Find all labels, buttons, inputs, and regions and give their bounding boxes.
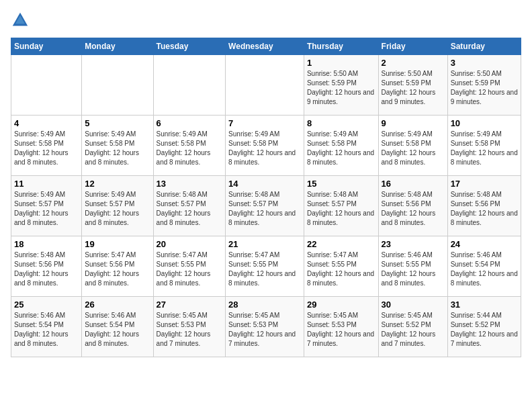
calendar-cell: 15 Sunrise: 5:48 AM Sunset: 5:57 PM Dayl… xyxy=(304,176,378,236)
daylight: Daylight: 12 hours and 7 minutes. xyxy=(157,330,211,347)
daylight: Daylight: 12 hours and 8 minutes. xyxy=(307,149,374,166)
day-info: Sunrise: 5:45 AM Sunset: 5:53 PM Dayligh… xyxy=(228,311,301,349)
sunrise: Sunrise: 5:47 AM xyxy=(228,251,279,259)
day-info: Sunrise: 5:48 AM Sunset: 5:56 PM Dayligh… xyxy=(382,190,445,228)
sunrise: Sunrise: 5:49 AM xyxy=(85,191,136,198)
calendar-body: 1 Sunrise: 5:50 AM Sunset: 5:59 PM Dayli… xyxy=(11,55,521,357)
sunrise: Sunrise: 5:47 AM xyxy=(157,251,208,259)
calendar-cell: 3 Sunrise: 5:50 AM Sunset: 5:59 PM Dayli… xyxy=(447,55,521,116)
logo xyxy=(11,11,32,30)
day-of-week-header: Tuesday xyxy=(153,38,226,55)
day-info: Sunrise: 5:46 AM Sunset: 5:54 PM Dayligh… xyxy=(451,250,518,288)
sunset: Sunset: 5:57 PM xyxy=(85,200,134,208)
day-info: Sunrise: 5:50 AM Sunset: 5:59 PM Dayligh… xyxy=(382,69,445,107)
sunset: Sunset: 5:52 PM xyxy=(382,321,431,328)
sunrise: Sunrise: 5:45 AM xyxy=(157,312,208,319)
daylight: Daylight: 12 hours and 9 minutes. xyxy=(307,89,374,105)
sunrise: Sunrise: 5:49 AM xyxy=(382,130,433,138)
calendar-cell: 19 Sunrise: 5:47 AM Sunset: 5:56 PM Dayl… xyxy=(82,236,153,297)
day-of-week-header: Friday xyxy=(378,38,447,55)
sunset: Sunset: 5:55 PM xyxy=(307,261,357,268)
day-number: 16 xyxy=(382,179,445,189)
sunrise: Sunrise: 5:49 AM xyxy=(14,191,65,198)
day-number: 31 xyxy=(451,300,518,310)
day-number: 17 xyxy=(451,179,518,189)
calendar-cell: 2 Sunrise: 5:50 AM Sunset: 5:59 PM Dayli… xyxy=(378,55,447,116)
daylight: Daylight: 12 hours and 8 minutes. xyxy=(307,210,374,226)
daylight: Daylight: 12 hours and 7 minutes. xyxy=(451,330,518,347)
sunset: Sunset: 5:57 PM xyxy=(307,200,357,208)
daylight: Daylight: 12 hours and 9 minutes. xyxy=(451,89,518,105)
day-number: 5 xyxy=(85,118,150,128)
day-info: Sunrise: 5:49 AM Sunset: 5:58 PM Dayligh… xyxy=(157,130,223,167)
daylight: Daylight: 12 hours and 8 minutes. xyxy=(85,149,139,166)
sunset: Sunset: 5:52 PM xyxy=(451,321,500,328)
day-info: Sunrise: 5:46 AM Sunset: 5:55 PM Dayligh… xyxy=(382,250,445,288)
daylight: Daylight: 12 hours and 8 minutes. xyxy=(14,149,69,166)
sunset: Sunset: 5:54 PM xyxy=(14,321,64,328)
sunset: Sunset: 5:56 PM xyxy=(382,200,431,208)
sunrise: Sunrise: 5:48 AM xyxy=(382,191,433,198)
day-number: 21 xyxy=(228,239,301,249)
day-info: Sunrise: 5:45 AM Sunset: 5:52 PM Dayligh… xyxy=(382,311,445,349)
day-number: 28 xyxy=(228,300,301,310)
calendar-cell: 7 Sunrise: 5:49 AM Sunset: 5:58 PM Dayli… xyxy=(226,116,304,176)
calendar-cell: 20 Sunrise: 5:47 AM Sunset: 5:55 PM Dayl… xyxy=(153,236,226,297)
sunset: Sunset: 5:56 PM xyxy=(451,200,500,208)
calendar-cell: 16 Sunrise: 5:48 AM Sunset: 5:56 PM Dayl… xyxy=(378,176,447,236)
sunrise: Sunrise: 5:50 AM xyxy=(382,70,433,77)
calendar-week-row: 4 Sunrise: 5:49 AM Sunset: 5:58 PM Dayli… xyxy=(11,116,521,176)
sunset: Sunset: 5:55 PM xyxy=(228,261,278,268)
daylight: Daylight: 12 hours and 8 minutes. xyxy=(382,149,436,166)
calendar-cell xyxy=(11,55,82,116)
day-of-week-header: Thursday xyxy=(304,38,378,55)
calendar-week-row: 18 Sunrise: 5:48 AM Sunset: 5:56 PM Dayl… xyxy=(11,236,521,297)
sunrise: Sunrise: 5:48 AM xyxy=(307,191,358,198)
day-of-week-header: Sunday xyxy=(11,38,82,55)
daylight: Daylight: 12 hours and 8 minutes. xyxy=(382,210,436,226)
day-info: Sunrise: 5:47 AM Sunset: 5:56 PM Dayligh… xyxy=(85,250,150,288)
sunset: Sunset: 5:57 PM xyxy=(14,200,64,208)
sunset: Sunset: 5:54 PM xyxy=(85,321,134,328)
daylight: Daylight: 12 hours and 8 minutes. xyxy=(307,270,374,287)
calendar-cell: 12 Sunrise: 5:49 AM Sunset: 5:57 PM Dayl… xyxy=(82,176,153,236)
calendar-cell: 11 Sunrise: 5:49 AM Sunset: 5:57 PM Dayl… xyxy=(11,176,82,236)
sunrise: Sunrise: 5:46 AM xyxy=(14,312,65,319)
sunrise: Sunrise: 5:50 AM xyxy=(451,70,502,77)
day-number: 27 xyxy=(157,300,223,310)
daylight: Daylight: 12 hours and 8 minutes. xyxy=(157,210,211,226)
day-number: 10 xyxy=(451,118,518,128)
sunrise: Sunrise: 5:46 AM xyxy=(382,251,433,259)
day-info: Sunrise: 5:48 AM Sunset: 5:56 PM Dayligh… xyxy=(14,250,79,288)
calendar-cell: 17 Sunrise: 5:48 AM Sunset: 5:56 PM Dayl… xyxy=(447,176,521,236)
sunset: Sunset: 5:56 PM xyxy=(85,261,134,268)
sunset: Sunset: 5:53 PM xyxy=(307,321,357,328)
calendar-cell xyxy=(226,55,304,116)
daylight: Daylight: 12 hours and 8 minutes. xyxy=(451,210,518,226)
daylight: Daylight: 12 hours and 7 minutes. xyxy=(382,330,436,347)
calendar-cell xyxy=(153,55,226,116)
daylight: Daylight: 12 hours and 8 minutes. xyxy=(228,149,296,166)
day-number: 3 xyxy=(451,58,518,68)
calendar-table: SundayMondayTuesdayWednesdayThursdayFrid… xyxy=(11,38,521,357)
sunset: Sunset: 5:59 PM xyxy=(451,79,500,87)
daylight: Daylight: 12 hours and 7 minutes. xyxy=(307,330,374,347)
calendar-cell: 9 Sunrise: 5:49 AM Sunset: 5:58 PM Dayli… xyxy=(378,116,447,176)
sunset: Sunset: 5:57 PM xyxy=(228,200,278,208)
page-header xyxy=(11,11,521,30)
sunrise: Sunrise: 5:49 AM xyxy=(14,130,65,138)
sunrise: Sunrise: 5:47 AM xyxy=(85,251,136,259)
day-of-week-header: Wednesday xyxy=(226,38,304,55)
daylight: Daylight: 12 hours and 7 minutes. xyxy=(228,330,296,347)
calendar-cell: 25 Sunrise: 5:46 AM Sunset: 5:54 PM Dayl… xyxy=(11,297,82,357)
day-number: 23 xyxy=(382,239,445,249)
sunset: Sunset: 5:58 PM xyxy=(451,140,500,147)
sunrise: Sunrise: 5:46 AM xyxy=(451,251,502,259)
sunrise: Sunrise: 5:48 AM xyxy=(451,191,502,198)
calendar-cell: 13 Sunrise: 5:48 AM Sunset: 5:57 PM Dayl… xyxy=(153,176,226,236)
day-info: Sunrise: 5:48 AM Sunset: 5:56 PM Dayligh… xyxy=(451,190,518,228)
daylight: Daylight: 12 hours and 8 minutes. xyxy=(14,210,69,226)
day-info: Sunrise: 5:48 AM Sunset: 5:57 PM Dayligh… xyxy=(307,190,375,228)
calendar-week-row: 11 Sunrise: 5:49 AM Sunset: 5:57 PM Dayl… xyxy=(11,176,521,236)
day-info: Sunrise: 5:50 AM Sunset: 5:59 PM Dayligh… xyxy=(451,69,518,107)
